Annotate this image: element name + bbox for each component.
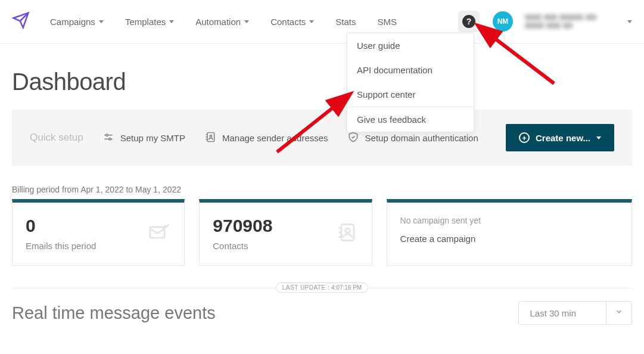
chevron-down-icon <box>169 20 174 23</box>
svg-point-11 <box>345 228 350 233</box>
nav-automation[interactable]: Automation <box>187 15 257 28</box>
billing-period-text: Billing period from Apr 1, 2022 to May 1… <box>12 185 632 194</box>
campaign-card: No campaign sent yet Create a campaign <box>387 199 632 266</box>
address-book-icon <box>204 131 216 145</box>
dropdown-feedback[interactable]: Give us feedback <box>347 107 474 132</box>
nav-stats[interactable]: Stats <box>327 15 364 28</box>
setup-smtp-link[interactable]: Setup my SMTP <box>102 131 185 145</box>
help-dropdown: User guide API documentation Support cen… <box>347 33 474 132</box>
manage-sender-link[interactable]: Manage sender addresses <box>204 131 328 145</box>
dropdown-support-center[interactable]: Support center <box>347 82 474 107</box>
user-name-redacted <box>525 14 614 29</box>
avatar[interactable]: NM <box>493 11 513 32</box>
chevron-down-icon <box>309 20 314 23</box>
chevron-down-icon <box>99 20 104 23</box>
create-campaign-link[interactable]: Create a campaign <box>400 234 618 244</box>
question-icon: ? <box>462 15 475 28</box>
logo-icon <box>12 11 30 32</box>
last-update-time: 4:07:16 PM <box>331 284 362 291</box>
svg-point-2 <box>106 134 108 136</box>
dropdown-user-guide[interactable]: User guide <box>347 33 474 58</box>
emails-card: 0 Emails this period <box>12 199 185 266</box>
plus-circle-icon: + <box>519 132 530 143</box>
nav-contacts[interactable]: Contacts <box>262 15 322 28</box>
nav-campaigns[interactable]: Campaigns <box>42 15 112 28</box>
chevron-down-icon <box>244 20 249 23</box>
quick-setup-title: Quick setup <box>30 132 83 144</box>
last-update-pill: LAST UPDATE : 4:07:16 PM <box>276 282 368 293</box>
sliders-icon <box>102 131 114 145</box>
contacts-book-icon <box>336 222 357 246</box>
manage-sender-label: Manage sender addresses <box>222 133 328 143</box>
nav-templates[interactable]: Templates <box>117 15 182 28</box>
create-new-label: Create new... <box>536 133 590 143</box>
nav-sms[interactable]: SMS <box>369 15 406 28</box>
account-dropdown-caret[interactable] <box>627 20 632 23</box>
domain-auth-link[interactable]: Setup domain authentication <box>347 131 478 145</box>
top-nav: Campaigns Templates Automation Contacts … <box>0 0 644 44</box>
contacts-card: 970908 Contacts <box>199 199 372 266</box>
chevron-down-icon <box>596 136 601 139</box>
time-range-select[interactable]: Last 30 min <box>518 301 632 325</box>
page-title: Dashboard <box>12 69 632 95</box>
svg-point-5 <box>210 135 211 136</box>
setup-smtp-label: Setup my SMTP <box>120 133 185 143</box>
help-button[interactable]: ? <box>458 11 480 32</box>
no-campaign-text: No campaign sent yet <box>400 216 618 225</box>
quick-setup-bar: Quick setup Setup my SMTP Manage sender … <box>12 110 632 166</box>
chevron-down-icon <box>606 302 631 324</box>
create-new-button[interactable]: + Create new... <box>506 124 614 151</box>
domain-auth-label: Setup domain authentication <box>365 133 478 143</box>
last-update-label: LAST UPDATE : <box>282 284 329 291</box>
time-range-label: Last 30 min <box>519 302 606 324</box>
svg-point-3 <box>109 138 111 139</box>
realtime-title: Real time message events <box>12 303 216 323</box>
shield-check-icon <box>347 131 359 145</box>
mail-check-icon <box>148 222 170 246</box>
dropdown-api-docs[interactable]: API documentation <box>347 58 474 82</box>
